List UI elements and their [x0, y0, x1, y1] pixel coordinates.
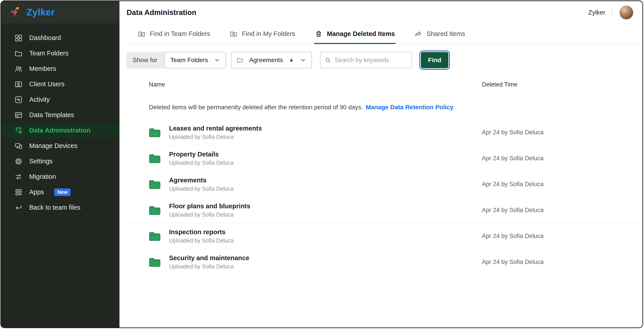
main-panel: Data Administration Zylker Find in Team …	[120, 1, 642, 327]
sidebar-item-label: Activity	[29, 96, 50, 103]
folder-icon	[149, 179, 160, 189]
folder-icon	[149, 257, 160, 267]
share-icon	[414, 30, 422, 38]
column-header-name: Name	[149, 81, 482, 88]
dashboard-icon	[14, 34, 22, 42]
item-uploaded-by: Uploaded by Sofia Deluca	[169, 160, 234, 166]
table-row[interactable]: Floor plans and blueprints Uploaded by S…	[120, 197, 642, 223]
zylker-logo-icon	[10, 6, 22, 19]
table-row[interactable]: Leases and rental agreements Uploaded by…	[120, 120, 642, 146]
members-icon	[14, 65, 22, 73]
brand-name: Zylker	[26, 7, 55, 18]
show-for-label: Show for	[126, 52, 168, 68]
item-deleted-time: Apr 24 by Sofia Deluca	[482, 181, 642, 188]
sidebar-item-dashboard[interactable]: Dashboard	[1, 30, 120, 46]
column-header-deleted-time: Deleted Time	[482, 81, 642, 88]
manage-devices-icon	[14, 142, 22, 150]
tab-label: Find in Team Folders	[150, 30, 210, 38]
item-name: Agreements	[169, 177, 234, 184]
sidebar-item-back-to-team-files[interactable]: Back to team files	[1, 200, 120, 215]
scope-select-value: Team Folders	[170, 57, 208, 64]
sidebar-item-label: Dashboard	[29, 34, 61, 42]
item-uploaded-by: Uploaded by Sofia Deluca	[169, 263, 249, 270]
item-uploaded-by: Uploaded by Sofia Deluca	[169, 134, 262, 140]
sidebar-item-manage-devices[interactable]: Manage Devices	[1, 138, 120, 154]
folder-search-icon	[138, 30, 145, 38]
data-templates-icon	[14, 111, 22, 119]
item-uploaded-by: Uploaded by Sofia Deluca	[169, 211, 250, 218]
scope-select[interactable]: Team Folders	[164, 52, 226, 68]
new-badge: New	[54, 188, 70, 196]
tab-shared-items[interactable]: Shared Items	[414, 24, 465, 44]
find-button[interactable]: Find	[421, 52, 448, 68]
item-name: Property Details	[169, 151, 234, 158]
client-users-icon	[14, 80, 22, 88]
item-uploaded-by: Uploaded by Sofia Deluca	[169, 237, 234, 244]
tab-label: Find in My Folders	[242, 30, 295, 38]
search-icon	[324, 57, 332, 64]
sidebar-item-apps[interactable]: Apps New	[1, 184, 120, 200]
sidebar-item-data-administration[interactable]: Data Administration	[1, 123, 120, 138]
retention-notice: Deleted items will be permanently delete…	[120, 95, 642, 120]
team-folders-icon	[14, 49, 22, 58]
table-row[interactable]: Security and maintenance Uploaded by Sof…	[120, 249, 642, 275]
sidebar-item-label: Manage Devices	[29, 142, 78, 150]
tabbar: Find in Team Folders Find in My Folders …	[120, 24, 642, 44]
sidebar-item-label: Team Folders	[29, 50, 68, 57]
migration-icon	[14, 173, 22, 181]
sidebar-item-migration[interactable]: Migration	[1, 169, 120, 184]
folder-icon	[237, 57, 244, 64]
sidebar-item-members[interactable]: Members	[1, 61, 120, 77]
sidebar-item-team-folders[interactable]: Team Folders	[1, 46, 120, 61]
folder-icon	[149, 154, 160, 163]
sidebar-item-label: Settings	[29, 158, 53, 165]
tab-label: Manage Deleted Items	[327, 30, 395, 38]
sidebar-item-activity[interactable]: Activity	[1, 92, 120, 107]
item-deleted-time: Apr 24 by Sofia Deluca	[482, 207, 642, 214]
sidebar-item-label: Members	[29, 65, 56, 72]
retention-notice-text: Deleted items will be permanently delete…	[149, 104, 363, 111]
lock-icon	[289, 58, 294, 63]
topbar: Data Administration Zylker	[120, 1, 642, 24]
item-deleted-time: Apr 24 by Sofia Deluca	[482, 233, 642, 240]
item-deleted-time: Apr 24 by Sofia Deluca	[482, 155, 642, 162]
folder-icon	[149, 128, 160, 137]
user-avatar[interactable]	[619, 5, 634, 20]
app-window: Zylker Dashboard Team Folders Members	[0, 1, 643, 328]
sidebar-item-client-users[interactable]: Client Users	[1, 77, 120, 92]
manage-retention-policy-link[interactable]: Manage Data Retention Policy	[366, 104, 453, 111]
table-row[interactable]: Agreements Uploaded by Sofia Deluca Apr …	[120, 171, 642, 197]
brand-logo-row[interactable]: Zylker	[1, 1, 120, 24]
sidebar-item-label: Data Administration	[29, 127, 90, 134]
filter-row: Show for Team Folders Agreements Find	[126, 52, 642, 69]
tab-label: Shared Items	[426, 30, 465, 38]
folder-select-value: Agreements	[249, 57, 283, 64]
folder-select[interactable]: Agreements	[231, 52, 312, 68]
search-input[interactable]	[320, 52, 412, 68]
item-deleted-time: Apr 24 by Sofia Deluca	[482, 129, 642, 136]
account-name: Zylker	[588, 9, 605, 16]
sidebar-item-data-templates[interactable]: Data Templates	[1, 107, 120, 123]
folder-search-icon	[230, 30, 237, 38]
sidebar-nav: Dashboard Team Folders Members Client Us…	[1, 24, 120, 215]
item-name: Floor plans and blueprints	[169, 202, 250, 210]
topbar-right: Zylker	[588, 5, 634, 20]
sidebar-item-label: Apps	[29, 188, 44, 196]
item-uploaded-by: Uploaded by Sofia Deluca	[169, 185, 234, 192]
chevron-down-icon	[214, 57, 220, 63]
table-header: Name Deleted Time	[120, 69, 642, 95]
table-row[interactable]: Property Details Uploaded by Sofia Deluc…	[120, 146, 642, 171]
sidebar-item-settings[interactable]: Settings	[1, 154, 120, 169]
folder-icon	[149, 231, 160, 241]
keyword-search	[320, 52, 412, 68]
divider	[612, 8, 612, 18]
data-administration-icon	[14, 127, 22, 135]
tab-find-in-my-folders[interactable]: Find in My Folders	[230, 24, 295, 44]
folder-icon	[149, 205, 160, 215]
sidebar-item-label: Client Users	[29, 81, 64, 88]
trash-icon	[315, 30, 322, 38]
table-row[interactable]: Inspection reports Uploaded by Sofia Del…	[120, 223, 642, 249]
tab-manage-deleted-items[interactable]: Manage Deleted Items	[315, 24, 395, 44]
sidebar-item-label: Back to team files	[29, 204, 80, 211]
tab-find-in-team-folders[interactable]: Find in Team Folders	[138, 24, 210, 44]
